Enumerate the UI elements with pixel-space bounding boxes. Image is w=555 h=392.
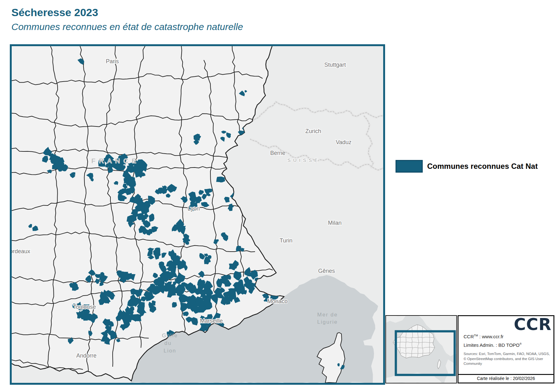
map-date-footer: Carte réalisée le : 20/02/2026 bbox=[458, 374, 553, 383]
page-subtitle: Communes reconnues en état de catastroph… bbox=[11, 21, 243, 32]
ccr-logo: CCR bbox=[514, 315, 552, 334]
sources-attribution: Sources: Esri, TomTom, Garmin, FAO, NOAA… bbox=[464, 352, 551, 366]
map-label-paris: Paris bbox=[106, 58, 119, 64]
map-label-marseille: Marseille bbox=[200, 318, 223, 324]
info-line-website: CCRTM : www.ccr.fr bbox=[464, 334, 503, 339]
main-map-svg: ParisStuttgartZurichVaduzBerneMilanTurin… bbox=[12, 46, 383, 383]
map-label-toulouse: Toulouse bbox=[73, 304, 96, 310]
map-label-andorre: Andorre bbox=[76, 352, 97, 359]
info-line1-rest: : www.ccr.fr bbox=[478, 334, 504, 339]
info-line2-sup: ® bbox=[520, 342, 522, 346]
info-line-limites: Limites Admin. : BD TOPO® bbox=[464, 342, 522, 348]
legend: Communes reconnues Cat Nat bbox=[396, 160, 538, 173]
info-line2-prefix: Limites Admin. : BD TOPO bbox=[464, 342, 520, 348]
map-label-lyon: Lyon bbox=[188, 205, 200, 212]
map-label-ligurie: Ligurie bbox=[317, 319, 338, 325]
map-label-mer-de: Mer de bbox=[317, 312, 338, 318]
inset-map-svg bbox=[386, 316, 456, 383]
info-line1-sup: TM bbox=[474, 334, 478, 337]
map-label-stuttgart: Stuttgart bbox=[324, 62, 346, 68]
map-label-turin: Turin bbox=[280, 237, 292, 244]
map-label-suisse: SUISSE bbox=[287, 157, 320, 163]
map-label-berne: Berne bbox=[270, 150, 285, 156]
info-line1-prefix: CCR bbox=[464, 334, 474, 339]
map-label-bordeaux: Bordeaux bbox=[12, 248, 30, 254]
map-label-zurich: Zurich bbox=[305, 128, 321, 134]
main-map: ParisStuttgartZurichVaduzBerneMilanTurin… bbox=[10, 44, 385, 385]
map-label-milan: Milan bbox=[328, 220, 341, 226]
map-label-golfe: Golfe bbox=[162, 333, 178, 339]
legend-swatch bbox=[396, 160, 423, 173]
map-label-g-nes: Gênes bbox=[318, 268, 335, 274]
map-label-vaduz: Vaduz bbox=[336, 139, 352, 145]
map-label-lion: Lion bbox=[164, 348, 176, 354]
map-label-du: du bbox=[165, 340, 172, 346]
page-title: Sécheresse 2023 bbox=[11, 6, 98, 19]
map-label-france: FRANCE bbox=[91, 157, 140, 164]
map-label-monaco: Monaco bbox=[267, 298, 288, 304]
info-box: CCR CCRTM : www.ccr.fr Limites Admin. : … bbox=[458, 315, 554, 383]
inset-map bbox=[385, 315, 457, 383]
legend-label: Communes reconnues Cat Nat bbox=[427, 162, 538, 171]
